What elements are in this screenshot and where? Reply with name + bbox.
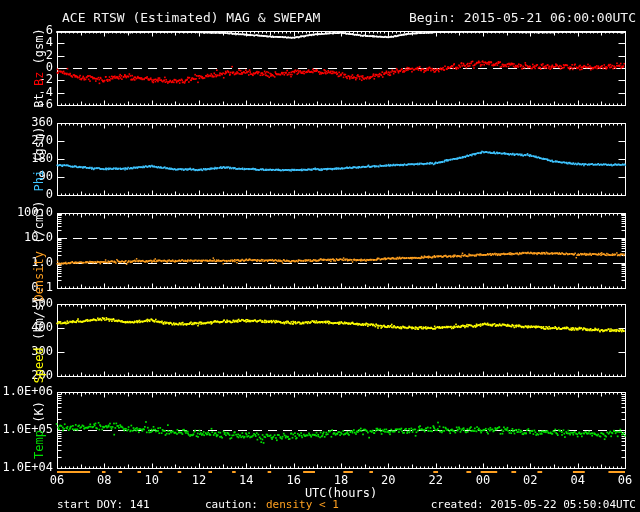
x-tick-label: 08 (87, 473, 121, 487)
x-tick-label: 06 (608, 473, 640, 487)
axis-title-part: (gsm) (32, 28, 46, 71)
footer-created-timestamp: created: 2015-05-22 05:50:04UTC (431, 498, 636, 511)
axis-title-part: (km/s) (32, 297, 46, 348)
x-tick-label: 12 (182, 473, 216, 487)
x-tick-label: 04 (561, 473, 595, 487)
y-tick-label-temp: 1.0E+06 (0, 385, 53, 398)
axis-title-part: Bz (32, 72, 46, 86)
x-tick-label: 20 (371, 473, 405, 487)
x-tick-label: 14 (229, 473, 263, 487)
footer-start-doy: start DOY: 141 (57, 498, 150, 511)
axis-title-speed: Speed (km/s) (32, 297, 47, 384)
x-tick-label: 06 (40, 473, 74, 487)
x-tick-label: 10 (135, 473, 169, 487)
axis-title-temp: Temp (K) (32, 401, 47, 459)
axis-title-part: Density (32, 251, 46, 302)
axis-title-mag: Bt Bz (gsm) (32, 28, 47, 108)
footer-caution-value: density < 1 (266, 498, 339, 511)
axis-title-part: Temp (32, 430, 46, 459)
axis-title-phi: Phi (gsm) (32, 126, 47, 191)
axis-title-part: (gsm) (32, 126, 46, 169)
x-tick-label: 18 (324, 473, 358, 487)
axis-title-part: (/cm3) (32, 200, 46, 251)
axis-title-part: Speed (32, 347, 46, 383)
begin-timestamp: Begin: 2015-05-21 06:00:00UTC (409, 10, 636, 25)
axis-title-part: (K) (32, 401, 46, 430)
page-title: ACE RTSW (Estimated) MAG & SWEPAM (62, 10, 320, 25)
footer-caution-label: caution: (205, 498, 258, 511)
x-tick-label: 16 (277, 473, 311, 487)
x-tick-label: 02 (513, 473, 547, 487)
axis-title-part: Bt (32, 86, 46, 108)
axis-title-density: Density (/cm3) (32, 200, 47, 301)
ace-rtsw-swpc-plot: ACE RTSW (Estimated) MAG & SWEPAM Begin:… (0, 0, 640, 512)
x-tick-label: 22 (419, 473, 453, 487)
plot-canvas (0, 0, 640, 512)
axis-title-part: Phi (32, 170, 46, 192)
x-tick-label: 00 (466, 473, 500, 487)
